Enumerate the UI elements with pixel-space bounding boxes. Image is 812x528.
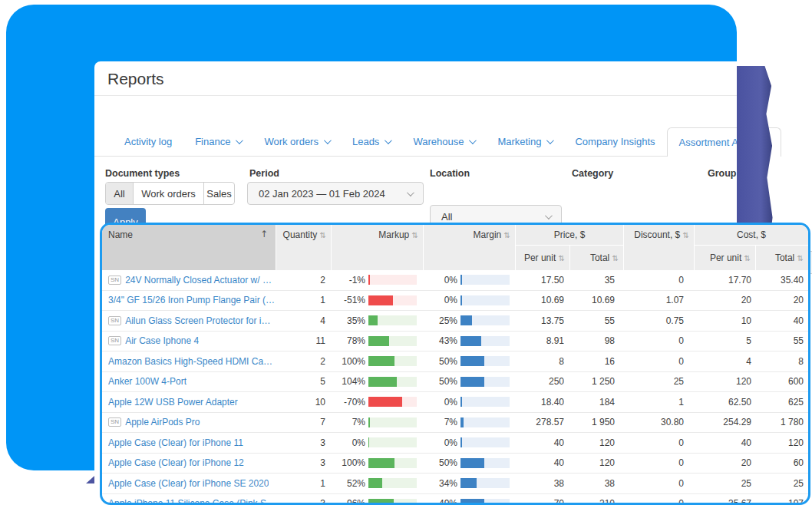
- product-link[interactable]: Apple AirPods Pro: [125, 417, 200, 427]
- tab-leads[interactable]: Leads: [341, 127, 401, 156]
- quantity-cell: 3: [276, 498, 332, 505]
- page-title: Reports: [107, 70, 164, 88]
- product-link[interactable]: Apple 12W USB Power Adapter: [108, 397, 238, 408]
- cost-total-cell: 107: [756, 498, 808, 505]
- tab-marketing[interactable]: Marketing: [486, 127, 563, 156]
- bar-fill: [460, 478, 477, 488]
- cost-per-unit-cell: 5: [695, 335, 756, 346]
- bar-fill: [368, 336, 389, 346]
- bar-track: [368, 458, 417, 468]
- bar-fill: [368, 275, 370, 285]
- column-header-name[interactable]: Name ↑: [102, 225, 276, 270]
- table-row: Apple Case (Clear) for iPhone 1130%0%401…: [102, 433, 808, 454]
- column-header-discount[interactable]: Discount, $ ⇅: [624, 225, 695, 270]
- markup-cell: 0%: [332, 437, 424, 448]
- product-link[interactable]: Ailun Glass Screen Protector for iPhone …: [125, 315, 276, 326]
- price-per-unit-cell: 13.75: [516, 315, 570, 326]
- bar-track: [368, 377, 417, 387]
- margin-value: 50%: [439, 376, 457, 387]
- tab-finance[interactable]: Finance: [183, 127, 253, 156]
- cost-per-unit-cell: 62.50: [695, 397, 756, 408]
- markup-value: 100%: [342, 356, 365, 367]
- table-row: SNAir Case Iphone 41178%43%8.91980555: [102, 332, 808, 352]
- product-name-cell: SNAir Case Iphone 4: [102, 335, 276, 346]
- margin-value: 49%: [439, 498, 457, 505]
- margin-value: 0%: [444, 295, 457, 305]
- serial-number-badge: SN: [108, 336, 121, 345]
- discount-cell: 0: [624, 478, 695, 489]
- title-divider: [94, 95, 738, 96]
- tab-activity-log[interactable]: Activity log: [113, 127, 183, 156]
- bar-fill: [460, 315, 472, 325]
- document-type-option-work-orders[interactable]: Work orders: [133, 183, 203, 204]
- quantity-cell: 3: [276, 437, 332, 448]
- tab-label: Leads: [352, 136, 379, 147]
- column-group-cost: Cost, $: [695, 225, 808, 245]
- bar-fill: [460, 458, 484, 468]
- product-name-cell: Apple 12W USB Power Adapter: [102, 397, 276, 408]
- tab-warehouse[interactable]: Warehouse: [401, 127, 486, 156]
- discount-cell: 0.75: [624, 315, 695, 326]
- product-link[interactable]: Air Case Iphone 4: [125, 335, 199, 346]
- markup-value: -1%: [349, 275, 365, 285]
- cost-total-cell: 600: [756, 376, 808, 387]
- bar-track: [368, 397, 417, 407]
- period-select[interactable]: 02 Jan 2023 — 01 Feb 2024: [247, 182, 424, 205]
- cost-per-unit-cell: 40: [695, 437, 756, 448]
- tab-company-insights[interactable]: Company Insights: [563, 127, 666, 156]
- margin-value: 43%: [439, 335, 457, 346]
- product-link[interactable]: 24V Normally Closed Actuator w/ aux. swi…: [125, 275, 276, 285]
- bar-fill: [368, 417, 370, 427]
- column-header-quantity[interactable]: Quantity ⇅: [276, 225, 332, 270]
- document-type-option-sales[interactable]: Sales: [203, 183, 234, 204]
- column-header-cost-per-unit[interactable]: Per unit ⇅: [695, 245, 756, 270]
- bar-fill: [368, 295, 393, 305]
- tab-work-orders[interactable]: Work orders: [253, 127, 341, 156]
- table-row: Apple Case (Clear) for iPhone SE 2020152…: [102, 474, 808, 494]
- bar-track: [460, 336, 510, 346]
- product-link[interactable]: Apple Case (Clear) for iPhone 12: [108, 457, 244, 468]
- sort-icon: ⇅: [559, 254, 565, 262]
- column-group-price: Price, $: [516, 225, 624, 245]
- cost-total-cell: 20: [756, 295, 808, 305]
- markup-value: 100%: [342, 457, 365, 468]
- product-link[interactable]: Apple iPhone 11 Silicone Case (Pink Sand…: [108, 498, 276, 505]
- product-link[interactable]: Amazon Basics High-Speed HDMI Cable For …: [108, 356, 276, 367]
- markup-cell: 52%: [332, 478, 424, 489]
- sort-icon: ⇅: [612, 254, 619, 262]
- product-link[interactable]: 3/4" GF 15/26 Iron Pump Flange Pair (NPT…: [108, 295, 276, 305]
- column-header-margin[interactable]: Margin ⇅: [424, 225, 516, 270]
- column-header-markup[interactable]: Markup ⇅: [332, 225, 424, 270]
- margin-value: 50%: [439, 356, 457, 367]
- margin-cell: 0%: [424, 295, 516, 305]
- bar-fill: [368, 437, 369, 447]
- bar-track: [460, 377, 510, 387]
- quantity-cell: 1: [276, 295, 332, 305]
- product-link[interactable]: Anker 100W 4-Port: [108, 376, 186, 387]
- price-total-cell: 120: [570, 437, 624, 448]
- markup-cell: 96%: [332, 498, 424, 505]
- product-link[interactable]: Apple Case (Clear) for iPhone 11: [108, 437, 243, 448]
- document-type-option-all[interactable]: All: [106, 183, 133, 204]
- column-header-price-per-unit[interactable]: Per unit ⇅: [516, 245, 570, 270]
- product-name-cell: 3/4" GF 15/26 Iron Pump Flange Pair (NPT…: [102, 295, 276, 305]
- product-link[interactable]: Apple Case (Clear) for iPhone SE 2020: [108, 478, 269, 489]
- column-header-cost-total[interactable]: Total ⇅: [756, 245, 808, 270]
- category-label: Category: [572, 168, 613, 179]
- bar-fill: [460, 275, 462, 285]
- margin-value: 34%: [439, 478, 457, 489]
- discount-cell: 0: [624, 457, 695, 468]
- cost-per-unit-cell: 120: [695, 376, 756, 387]
- price-per-unit-cell: 40: [516, 457, 570, 468]
- chevron-down-icon: [236, 137, 243, 144]
- sort-icon: ⇅: [504, 231, 510, 239]
- bar-track: [460, 417, 510, 427]
- bar-track: [368, 315, 417, 325]
- bar-fill: [460, 295, 462, 305]
- bar-track: [460, 275, 510, 285]
- price-total-cell: 1 250: [570, 376, 624, 387]
- table-row: SN24V Normally Closed Actuator w/ aux. s…: [102, 270, 808, 291]
- column-header-price-total[interactable]: Total ⇅: [570, 245, 624, 270]
- price-per-unit-cell: 250: [516, 376, 570, 387]
- table-row: Anker 100W 4-Port5104%50%2501 2502512060…: [102, 372, 808, 393]
